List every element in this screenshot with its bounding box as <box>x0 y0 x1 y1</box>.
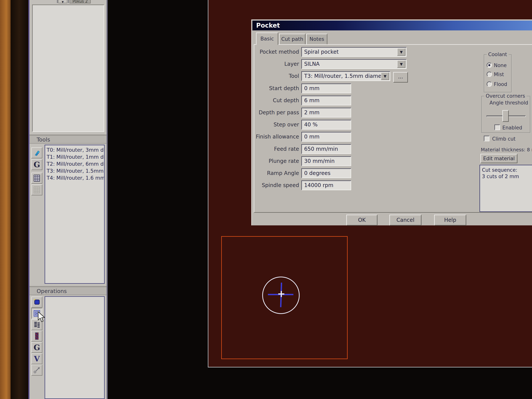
tab-cut-path[interactable]: Cut path <box>279 34 305 44</box>
operations-panel-title: Operations <box>37 288 67 294</box>
selected-circle-marker <box>256 269 307 320</box>
cut-depth-input[interactable]: 6 mm <box>301 95 351 105</box>
angle-threshold-slider-thumb[interactable] <box>502 110 509 122</box>
step-over-value: 40 % <box>304 121 317 128</box>
plunge-rate-value: 30 mm/min <box>304 158 335 164</box>
overcut-corners-groupbox: Overcut corners Angle threshold Enabled <box>481 96 531 133</box>
pencil-icon <box>33 149 41 157</box>
vcheck-operation-button[interactable]: V <box>31 353 42 364</box>
table-icon <box>33 174 41 182</box>
coolant-none-label[interactable]: None <box>494 63 507 68</box>
step-over-input[interactable]: 40 % <box>301 120 351 130</box>
move-point-button[interactable] <box>31 365 42 376</box>
field-label: Start depth <box>254 83 299 93</box>
operations-panel: Operations <box>30 287 107 399</box>
field-label: Ramp Angle <box>254 168 299 178</box>
coolant-flood-label[interactable]: Flood <box>494 82 507 87</box>
left-sidebar: ▼ Pokus 2 Tools G <box>28 0 108 399</box>
ramp-angle-input[interactable]: 0 degrees <box>301 168 351 178</box>
field-label: Pocket method <box>254 47 299 57</box>
tool-list-item[interactable]: T0: Mill/router, 3mm diame <box>45 146 104 153</box>
field-label: Layer <box>254 59 299 69</box>
tools-panel-header: Tools <box>30 136 107 144</box>
climb-cut-checkbox[interactable] <box>484 136 489 141</box>
overcut-enabled-checkbox[interactable] <box>494 125 500 130</box>
help-button[interactable]: Help <box>434 215 466 226</box>
mouse-cursor <box>38 311 47 323</box>
tool-list-item[interactable]: T2: Mill/router, 6mm diame <box>45 160 104 167</box>
tab-cut-path-label: Cut path <box>281 36 304 42</box>
finish-allowance-value: 0 mm <box>304 133 319 140</box>
tab-basic[interactable]: Basic <box>256 32 278 45</box>
feed-rate-input[interactable]: 650 mm/min <box>301 144 351 154</box>
chevron-down-icon: ▼ <box>62 0 64 3</box>
tool-list-item[interactable]: T1: Mill/router, 1mm diame <box>45 153 104 160</box>
help-button-label: Help <box>444 217 456 223</box>
coolant-none-radio[interactable] <box>487 63 492 68</box>
cut-depth-value: 6 mm <box>304 97 319 103</box>
vcarve-operation-button[interactable] <box>31 331 42 342</box>
top-toolbar-button[interactable]: Pokus 2 <box>70 0 91 3</box>
material-thickness-text: Material thickness: 8 m <box>481 147 532 153</box>
plunge-rate-input[interactable]: 30 mm/min <box>301 156 351 166</box>
finish-allowance-input[interactable]: 0 mm <box>301 132 351 142</box>
overcut-enabled-label[interactable]: Enabled <box>502 125 522 131</box>
coolant-flood-radio[interactable] <box>487 82 492 87</box>
dialog-title: Pocket <box>256 22 280 29</box>
toolbar-dropdown[interactable]: ▼ <box>58 0 67 3</box>
monitor-bezel-outer <box>0 0 11 399</box>
start-depth-input[interactable]: 0 mm <box>301 83 351 93</box>
field-label: Finish allowance <box>254 132 299 142</box>
layer-value: SILNA <box>304 61 320 67</box>
toolbar-separator-2 <box>68 0 69 3</box>
chevron-down-icon[interactable]: ▼ <box>397 48 405 56</box>
chevron-down-icon[interactable]: ▼ <box>397 60 405 68</box>
angle-threshold-label: Angle threshold <box>489 100 528 106</box>
table-icon-disabled <box>33 186 41 194</box>
tool-list-item[interactable]: T4: Mill/router, 1.6 mm dia <box>45 174 104 181</box>
start-depth-value: 0 mm <box>304 85 319 91</box>
pocket-method-value: Spiral pocket <box>304 49 339 55</box>
tool-browse-button[interactable]: ... <box>393 72 408 82</box>
overcut-corners-label: Overcut corners <box>484 93 526 99</box>
new-tool-button[interactable] <box>31 147 42 158</box>
toolbar-separator <box>57 0 58 3</box>
monitor-bezel-inner <box>11 0 28 399</box>
coolant-mist-label[interactable]: Mist <box>494 72 504 77</box>
operations-gcode-button[interactable]: G <box>31 342 42 353</box>
depth-per-pass-input[interactable]: 2 mm <box>301 108 351 118</box>
spindle-speed-value: 14000 rpm <box>304 182 333 188</box>
climb-cut-label[interactable]: Climb cut <box>492 136 516 142</box>
field-label: Cut depth <box>254 95 299 105</box>
profile-operation-button[interactable] <box>31 297 42 308</box>
profile-icon <box>33 298 41 306</box>
tool-combobox[interactable]: T3: Mill/router, 1.5mm diametr ▼ <box>301 71 390 81</box>
edit-material-button[interactable]: Edit material <box>481 154 518 163</box>
layer-combobox[interactable]: SILNA ▼ <box>301 59 406 69</box>
tool-table-disabled-button <box>31 184 42 195</box>
tab-notes[interactable]: Notes <box>306 34 327 44</box>
top-panel-content[interactable] <box>32 5 104 132</box>
pocket-dialog: Pocket Basic Cut path Notes Pocket metho… <box>251 19 532 225</box>
pocket-method-combobox[interactable]: Spiral pocket ▼ <box>301 47 406 57</box>
field-label: Step over <box>254 120 299 130</box>
dialog-titlebar[interactable]: Pocket <box>252 21 532 30</box>
cancel-button[interactable]: Cancel <box>389 215 421 226</box>
ok-button[interactable]: OK <box>346 215 377 226</box>
operations-list[interactable] <box>44 296 105 399</box>
coolant-mist-radio[interactable] <box>487 72 492 77</box>
tool-list-item[interactable]: T3: Mill/router, 1.5mm diam <box>45 167 104 174</box>
radio-selected-dot <box>488 64 490 66</box>
ellipsis-icon: ... <box>398 74 403 80</box>
tools-gcode-button[interactable]: G <box>31 159 42 170</box>
tools-panel: Tools G <box>30 136 107 286</box>
depth-per-pass-value: 2 mm <box>304 109 319 116</box>
tools-list[interactable]: T0: Mill/router, 3mm diame T1: Mill/rout… <box>44 145 105 284</box>
tab-basic-label: Basic <box>260 36 274 42</box>
tool-table-button[interactable] <box>31 173 42 184</box>
tools-panel-title: Tools <box>37 136 50 143</box>
field-label: Plunge rate <box>254 156 299 166</box>
chevron-down-icon[interactable]: ▼ <box>381 72 389 80</box>
operations-panel-header: Operations <box>30 287 107 295</box>
spindle-speed-input[interactable]: 14000 rpm <box>301 180 351 190</box>
